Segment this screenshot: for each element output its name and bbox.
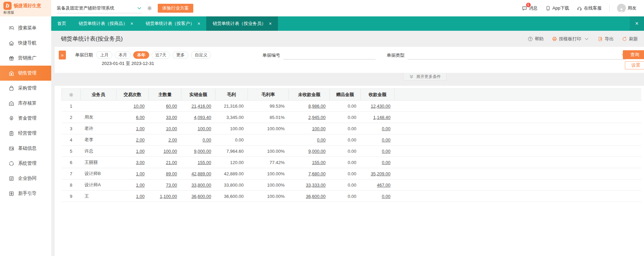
tab-report-3[interactable]: 销货单统计表（按业务员）×: [206, 16, 278, 31]
drill-down-link[interactable]: 0.00: [382, 160, 390, 165]
drill-down-link[interactable]: 0.00: [382, 194, 390, 199]
user-menu[interactable]: 用友: [617, 4, 636, 13]
drill-down-link[interactable]: 1.00: [136, 183, 144, 188]
date-pill-本月[interactable]: 本月: [115, 51, 131, 59]
drill-down-link[interactable]: 1.00: [136, 171, 144, 176]
sidebar-item-快捷导航[interactable]: 快捷导航: [0, 36, 51, 51]
sidebar-item-基础信息[interactable]: 基础信息: [0, 141, 51, 156]
sidebar-item-系统管理[interactable]: 系统管理: [0, 156, 51, 171]
online-service-button[interactable]: 在线客服: [577, 5, 602, 11]
drill-down-link[interactable]: 10.00: [166, 126, 177, 131]
messages-button[interactable]: 消息 6: [522, 5, 538, 11]
tab-close-icon[interactable]: ×: [269, 21, 271, 26]
drill-down-link[interactable]: 1.00: [136, 149, 144, 154]
drill-down-link[interactable]: 2,945.00: [308, 115, 326, 120]
date-pill-自定义[interactable]: 自定义: [191, 51, 211, 59]
query-button[interactable]: 查询: [623, 50, 644, 59]
sidebar-item-采购管理[interactable]: 采购管理: [0, 81, 51, 96]
app-download-button[interactable]: App下载: [545, 5, 569, 11]
help-button[interactable]: 帮助: [528, 36, 544, 42]
drill-down-link[interactable]: 7,680.00: [308, 171, 326, 176]
tab-home[interactable]: 首页: [51, 16, 72, 31]
drill-down-link[interactable]: 36,600.00: [192, 194, 211, 199]
filter-settings-button[interactable]: 设置: [625, 61, 644, 69]
date-pill-上月[interactable]: 上月: [96, 51, 112, 59]
drill-down-link[interactable]: 89.00: [166, 171, 177, 176]
sidebar-item-资金管理[interactable]: 资金管理: [0, 111, 51, 126]
refresh-button[interactable]: 刷新: [622, 36, 638, 42]
sidebar-item-label: 系统管理: [18, 160, 37, 166]
tab-report-2[interactable]: 销货单统计表（按客户）×: [139, 16, 206, 31]
drill-down-link[interactable]: 60.00: [166, 104, 177, 109]
drill-down-link[interactable]: 9,000.00: [194, 149, 211, 154]
cell-salesperson: 王丽丽: [81, 157, 116, 168]
date-pill-更多[interactable]: 更多: [172, 51, 188, 59]
drill-down-link[interactable]: 8,986.00: [308, 104, 326, 109]
print-by-template-button[interactable]: 按模板打印: [552, 36, 589, 42]
export-button[interactable]: 导出: [598, 36, 614, 42]
sidebar-item-新手引导[interactable]: 新手引导: [0, 186, 51, 201]
drill-down-link[interactable]: 73.00: [166, 183, 177, 188]
drill-down-link[interactable]: 0.00: [382, 137, 390, 143]
collapse-filters-button[interactable]: »: [59, 51, 66, 59]
guide-icon: [9, 191, 14, 197]
date-pill-本年[interactable]: 本年: [133, 51, 149, 59]
column-settings-gear-icon[interactable]: [62, 89, 81, 100]
try-industry-plan-button[interactable]: 体验行业方案: [158, 4, 193, 13]
drill-down-link[interactable]: 35,209.00: [371, 171, 391, 176]
drill-down-link[interactable]: 10.00: [134, 104, 145, 109]
page-title: 销货单统计表(按业务员): [61, 35, 123, 43]
sidebar-item-营销推广[interactable]: 营销推广: [0, 51, 51, 66]
drill-down-link[interactable]: 155.00: [198, 160, 211, 165]
drill-down-link[interactable]: 33,333.00: [306, 183, 326, 188]
drill-down-link[interactable]: 9,000.00: [308, 149, 326, 154]
drill-down-link[interactable]: 100.00: [164, 149, 177, 154]
drill-down-link[interactable]: 33.00: [166, 115, 177, 120]
sidebar-item-销售管理[interactable]: 销售管理: [0, 66, 51, 81]
drill-down-link[interactable]: 0.00: [202, 137, 211, 143]
drill-down-link[interactable]: 1,100.00: [160, 194, 177, 199]
drill-down-link[interactable]: 33,800.00: [192, 183, 211, 188]
drill-down-link[interactable]: 4,093.40: [194, 115, 211, 120]
date-pill-近7天[interactable]: 近7天: [152, 51, 170, 59]
cell-salesperson: 老李: [81, 134, 116, 146]
system-gear-icon[interactable]: [147, 5, 152, 11]
doc-no-input[interactable]: [283, 51, 376, 59]
tab-report-1[interactable]: 销货单统计表（按商品）×: [72, 16, 139, 31]
drill-down-link[interactable]: 1.00: [136, 194, 144, 199]
date-range-value[interactable]: 2023-01-01 至 2023-12-31: [102, 60, 154, 67]
expand-more-conditions-button[interactable]: 展开更多条件: [403, 73, 447, 81]
chevron-down-icon[interactable]: [584, 36, 589, 42]
close-all-tabs-button[interactable]: ×: [630, 16, 644, 31]
drill-down-link[interactable]: 42,889.00: [192, 171, 211, 176]
drill-down-link[interactable]: 0.00: [382, 126, 390, 131]
cell-交易次数: 10.00: [116, 100, 149, 112]
print-label: 按模板打印: [559, 36, 581, 42]
drill-down-link[interactable]: 1,148.40: [373, 115, 391, 120]
drill-down-link[interactable]: 6.00: [136, 115, 144, 120]
drill-down-link[interactable]: 100.00: [312, 126, 326, 131]
tab-close-icon[interactable]: ×: [130, 21, 133, 26]
sidebar-item-label: 快捷导航: [18, 40, 37, 46]
sidebar-item-库存核算[interactable]: 库存核算: [0, 96, 51, 111]
doc-type-select[interactable]: [408, 51, 626, 59]
drill-down-link[interactable]: 0.00: [317, 137, 325, 143]
drill-down-link[interactable]: 100.00: [198, 126, 211, 131]
tab-close-icon[interactable]: ×: [197, 21, 200, 26]
drill-down-link[interactable]: 3.00: [136, 160, 144, 165]
drill-down-link[interactable]: 2.00: [168, 137, 177, 143]
drill-down-link[interactable]: 467.00: [377, 183, 391, 188]
sidebar-item-搜索菜单[interactable]: 搜索菜单: [0, 21, 51, 36]
drill-down-link[interactable]: 12,430.00: [371, 104, 391, 109]
system-select[interactable]: 装备及固定资产辅助管理系统: [57, 3, 142, 13]
drill-down-link[interactable]: 155.00: [312, 160, 326, 165]
drill-down-link[interactable]: 21.00: [166, 160, 177, 165]
drill-down-link[interactable]: 36,600.00: [306, 194, 326, 199]
drill-down-link[interactable]: 0.00: [382, 149, 390, 154]
drill-down-link[interactable]: 21,416.00: [192, 104, 211, 109]
drill-down-link[interactable]: 2.00: [136, 137, 144, 143]
sidebar-item-经营管理[interactable]: 经营管理: [0, 126, 51, 141]
drill-down-link[interactable]: 1.00: [136, 126, 144, 131]
cell-filler: [395, 146, 642, 157]
sidebar-item-企业协同[interactable]: 企业协同: [0, 171, 51, 186]
